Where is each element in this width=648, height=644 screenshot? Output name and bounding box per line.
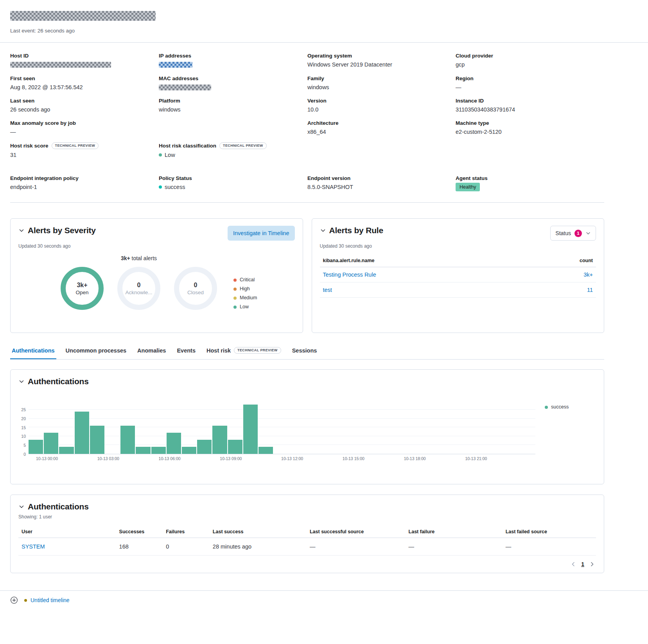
field-label: IP addresses — [159, 53, 307, 59]
user-link[interactable]: SYSTEM — [22, 543, 45, 550]
previous-page-icon[interactable] — [569, 560, 577, 568]
auth-chart-legend: success — [535, 403, 596, 465]
field-label: Last seen — [10, 98, 159, 104]
field-version: Version 10.0 — [307, 98, 456, 120]
collapse-chevron-icon[interactable] — [18, 378, 25, 385]
field-region: Region — — [456, 76, 604, 98]
ip-addresses-redacted[interactable] — [159, 62, 192, 68]
plus-in-circle-icon[interactable] — [10, 596, 18, 604]
x-axis-tick: 10-13 06:00 — [159, 456, 181, 461]
legend-item-medium: Medium — [233, 293, 257, 302]
investigate-in-timeline-button[interactable]: Investigate in Timeline — [228, 226, 294, 241]
rule-table-header: kibana.alert.rule.name count — [320, 254, 596, 267]
x-axis-tick: 10-13 03:00 — [97, 456, 119, 461]
x-axis-tick: 10-13 12:00 — [281, 456, 303, 461]
alerts-by-rule-title: Alerts by Rule — [329, 226, 383, 235]
legend-item-critical: Critical — [233, 275, 257, 284]
field-label: Family — [307, 76, 456, 81]
field-label: MAC addresses — [159, 76, 307, 81]
collapse-chevron-icon[interactable] — [320, 227, 326, 234]
tab-events[interactable]: Events — [175, 345, 197, 359]
updated-text: Updated 30 seconds ago — [18, 243, 295, 249]
collapse-chevron-icon[interactable] — [18, 504, 25, 510]
success-dot-icon — [545, 406, 548, 409]
auth-chart-bar — [151, 447, 166, 454]
gridline — [29, 444, 535, 445]
rule-count-link[interactable]: 11 — [587, 287, 593, 293]
field-value: windows — [307, 84, 456, 90]
field-label: Version — [307, 98, 456, 104]
open-alerts-donut: 3k+ Open — [61, 267, 104, 310]
legend-label: Medium — [240, 293, 257, 302]
endpoint-info-grid: Endpoint integration policy endpoint-1 P… — [10, 175, 604, 191]
auth-chart-bar — [197, 440, 212, 454]
donut-label: Closed — [187, 290, 204, 295]
page-1-button[interactable]: 1 — [578, 560, 587, 568]
gridline — [29, 436, 535, 436]
auth-chart-bar — [29, 440, 43, 454]
field-policy-status: Policy Status success — [159, 175, 307, 191]
donut-value: 3k+ — [75, 282, 88, 289]
field-value: Windows Server 2019 Datacenter — [307, 61, 456, 68]
technical-preview-badge: TECHNICAL PREVIEW — [219, 142, 267, 149]
table-row: Testing Process Rule 3k+ — [320, 267, 596, 282]
closed-alerts-donut: 0 Closed — [174, 267, 217, 310]
auth-chart-bar — [120, 426, 135, 454]
rule-name-link[interactable]: test — [323, 287, 332, 293]
field-label: Max anomaly score by job — [10, 120, 159, 126]
status-filter-label: Status — [555, 230, 571, 236]
field-endpoint-policy: Endpoint integration policy endpoint-1 — [10, 175, 159, 191]
tab-authentications[interactable]: Authentications — [10, 345, 56, 359]
tab-label: Uncommon processes — [66, 347, 127, 354]
field-family: Family windows — [307, 76, 456, 98]
last-successful-source-cell: — — [307, 538, 406, 556]
column-header-failures: Failures — [163, 526, 210, 538]
untitled-timeline-button[interactable]: Untitled timeline — [24, 597, 70, 603]
field-value: endpoint-1 — [10, 184, 159, 190]
field-label: Host risk classification — [159, 143, 216, 149]
donut-label: Open — [75, 290, 88, 295]
column-header-successes: Successes — [116, 526, 163, 538]
field-label: Operating system — [307, 53, 456, 59]
field-mac-addresses: MAC addresses — [159, 76, 307, 98]
field-value: Low — [165, 152, 175, 158]
tab-uncommon-processes[interactable]: Uncommon processes — [64, 345, 128, 359]
alerts-by-rule-panel: Alerts by Rule Status 1 Updated 30 secon… — [312, 218, 605, 333]
rule-name-link[interactable]: Testing Process Rule — [323, 272, 376, 278]
technical-preview-badge: TECHNICAL PREVIEW — [52, 142, 99, 149]
failures-cell: 0 — [163, 538, 210, 556]
timeline-label: Untitled timeline — [31, 597, 70, 603]
field-last-seen: Last seen 26 seconds ago — [10, 98, 159, 120]
authentications-table-panel: Authentications Showing: 1 user User Suc… — [10, 495, 604, 573]
medium-dot-icon — [233, 297, 237, 300]
last-failed-source-cell: — — [503, 538, 596, 556]
donut-value: 0 — [125, 282, 152, 289]
acknowledged-alerts-donut: 0 Acknowle... — [117, 267, 160, 310]
legend-item-success: success — [545, 403, 596, 412]
alerts-by-severity-title: Alerts by Severity — [28, 226, 96, 235]
field-value: — — [456, 84, 604, 90]
tab-anomalies[interactable]: Anomalies — [136, 345, 167, 359]
y-axis-tick: 0 — [23, 452, 26, 457]
tab-sessions[interactable]: Sessions — [291, 345, 319, 359]
legend-item-low: Low — [233, 302, 257, 311]
rule-count-link[interactable]: 3k+ — [583, 272, 593, 278]
field-value: 8.5.0-SNAPSHOT — [307, 184, 456, 190]
table-header-row: User Successes Failures Last success Las… — [18, 526, 596, 538]
collapse-chevron-icon[interactable] — [18, 227, 25, 234]
tab-host-risk[interactable]: Host risk TECHNICAL PREVIEW — [205, 345, 283, 359]
field-label: Platform — [159, 98, 307, 104]
status-filter-dropdown[interactable]: Status 1 — [550, 226, 596, 241]
legend-label: Low — [240, 302, 249, 311]
host-overview-grid: Host ID IP addresses Operating system Wi… — [10, 53, 604, 158]
field-max-anomaly-score: Max anomaly score by job — — [10, 120, 159, 142]
auth-chart-bar — [167, 433, 181, 454]
last-event-text: Last event: 26 seconds ago — [10, 28, 604, 34]
field-value: success — [165, 184, 185, 190]
chevron-down-icon — [585, 230, 591, 236]
gridline — [29, 418, 535, 419]
field-label: Endpoint version — [307, 175, 456, 181]
field-architecture: Architecture x86_64 — [307, 120, 456, 142]
page-header: Last event: 26 seconds ago — [0, 0, 604, 34]
next-page-icon[interactable] — [588, 560, 596, 568]
